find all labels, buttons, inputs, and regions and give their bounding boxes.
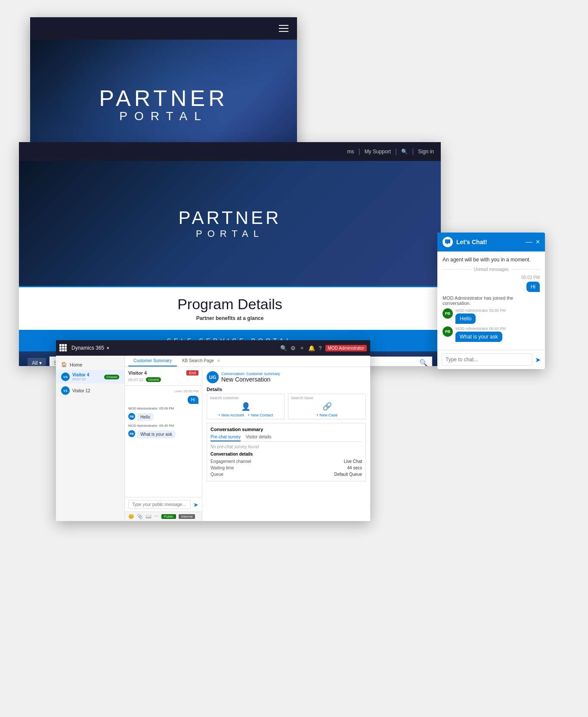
d365-customer-summary: Visitor 4 End 05:07:22 Closed Lime: 05:0… [125,367,370,521]
conversation-link[interactable]: Conversation: Customer summary [221,372,280,376]
menu-icon[interactable] [279,25,288,32]
ssp-filter-btn[interactable]: All ▾ [28,358,46,366]
chat-message-hello: PB MOD Administrator 05:05 PM Hello [443,308,540,324]
d365-plus-icon[interactable]: ＋ [299,344,305,352]
sidebar-item-visitor12[interactable]: V1 Visitor 12 [56,384,124,397]
new-conversation-title: New Conversation [221,376,280,383]
tab-customer-summary[interactable]: Customer Summary [128,356,177,366]
d365-chat-log: Lime: 05:02 PM Hi MOD Administrator: 05:… [125,386,202,497]
ssp-topbar: ms | My Support | 🔍 | Sign in [19,142,441,161]
chat-input[interactable] [442,354,532,366]
chat-msg-hello: MOD Administrator 05:05 PM Hello [455,308,506,324]
detail-row-waiting: Waiting time 44 secs [210,465,362,471]
d365-search-icon[interactable]: 🔍 [280,345,287,351]
visitor4-avatar: V4 [61,372,70,381]
person-icon: 👤 [241,402,251,411]
conv-details-title: Conversation details [210,452,362,456]
chat-input-area: ➤ [437,350,545,369]
status-public-badge[interactable]: Public [161,514,176,519]
ssp-nav-right: ms | My Support | 🔍 | Sign in [347,148,434,155]
d365-send-button[interactable]: ➤ [193,501,198,508]
toolbar-kb-icon[interactable]: 📖 [145,514,152,519]
hello-meta: MOD Administrator 05:05 PM [455,308,506,313]
chat-body: An agent will be with you in a moment. U… [437,251,545,350]
ssp-nav-ms[interactable]: ms [347,149,354,155]
system-join-message: MOD Administrator has joined the convers… [443,295,540,306]
chat-minimize-button[interactable]: — [526,239,532,245]
new-case-link[interactable]: + New Case [316,413,337,417]
d365-version-dropdown[interactable]: ▾ [107,345,109,351]
d365-chat-panel: Visitor 4 End 05:07:22 Closed Lime: 05:0… [125,367,202,521]
chat-msg-ask: MOD Administrator 06:40 PM What is your … [455,326,506,342]
chat-time-right: Lime: 05:02 PM [128,389,198,393]
d365-conv-tabs: Pre-chat survey Visitor details [210,435,362,442]
status-internal-badge[interactable]: Internal [179,514,195,519]
detail-row-queue: Queue Default Queue [210,471,362,478]
visitor-accepted-badge: Closed [146,377,161,382]
d365-cs-header: UG Conversation: Customer summary New Co… [207,371,366,383]
d365-chat-ask: PB What is your ask [128,430,198,438]
visitor-name: Visitor 4 [128,370,147,376]
end-button[interactable]: End [186,370,198,376]
sidebar-item-visitor4[interactable]: V4 Visitor 4 05:07:22 Closed [56,370,124,384]
search-customer-box: Search customer 👤 + New Account + New Co… [207,394,285,419]
ssp-search-icon[interactable]: 🔍 [419,359,428,366]
chat-avatar-pb: PB [128,413,135,420]
ssp-nav-signin[interactable]: Sign in [418,149,434,155]
chat-widget-header: Let's Chat! — × [437,233,545,251]
toolbar-emoji-icon[interactable]: 😊 [128,514,134,519]
d365-content: Customer Summary KB Search Page ✕ Visito… [125,356,370,521]
search-issue-box: Search issue 🔗 + New Case [288,394,366,419]
chat-send-button[interactable]: ➤ [535,356,541,364]
tab-prechat[interactable]: Pre-chat survey [210,435,241,441]
chat-bubble-icon [445,239,451,245]
ssp-nav-support[interactable]: My Support [365,149,391,155]
ssp-window: ms | My Support | 🔍 | Sign in PARTNER PO… [19,142,441,366]
search-customer-links: + New Account + New Contact [207,413,284,417]
d365-brand: Dynamics 365 [71,345,104,351]
ssp-search-icon[interactable]: 🔍 [401,149,408,155]
detail-value-queue: Default Queue [334,472,362,477]
search-issue-links: + New Case [288,413,365,417]
tab-close-icon[interactable]: ✕ [217,359,220,363]
toolbar-attach-icon[interactable]: 📎 [137,514,143,519]
d365-settings-icon[interactable]: ⚙ [291,345,296,351]
d365-visitor-card: Visitor 4 End 05:07:22 Closed [125,367,202,386]
d365-help-icon[interactable]: ? [319,345,322,351]
visitor4-time: 05:07:22 [72,377,102,381]
chat-header-title: Let's Chat! [456,239,522,245]
d365-conv-summary: Conversation summary Pre-chat survey Vis… [207,423,366,481]
dynamics365-window: Dynamics 365 ▾ 🔍 ⚙ ＋ 🔔 ? MOD Administrat… [56,340,370,521]
ask-bubble: What is your ask [455,332,502,342]
visitor4-name: Visitor 4 [72,372,102,377]
tab-kb-search[interactable]: KB Search Page ✕ [177,356,226,366]
pp-hero-partner: PARTNER [99,85,228,111]
new-contact-link[interactable]: + New Contact [248,413,273,417]
pp-hero-portal: PORTAL [99,109,228,123]
sidebar-item-home[interactable]: 🏠 Home [56,359,124,370]
tab-visitor[interactable]: Visitor details [246,435,271,441]
new-account-link[interactable]: + New Account [218,413,244,417]
d365-chat-input-area: ➤ [125,497,202,512]
chat-avatar-ask: PB [443,326,453,337]
search-issue-label: Search issue [291,396,313,400]
chat-bubble-ask: What is your ask [137,430,176,438]
d365-cs-right: UG Conversation: Customer summary New Co… [202,367,370,521]
d365-user-badge[interactable]: MOD Administrator [325,345,367,351]
toolbar-more-icon[interactable]: ⋯ [154,514,159,519]
home-label: Home [70,362,82,367]
chat-close-button[interactable]: × [536,239,540,245]
ssp-portal: PORTAL [179,228,282,239]
hello-bubble: Hello [455,313,476,324]
visitor12-avatar: V1 [61,386,70,395]
d365-bell-icon[interactable]: 🔔 [308,345,315,351]
d365-chat-admin2-time: MOD Administrator: 05:45 PM [128,424,198,428]
d365-conv-details: Conversation details Engagement channel … [210,452,362,478]
hi-message-time: 05:02 PM [443,275,540,280]
d365-grid-icon[interactable] [59,344,67,352]
details-section-title: Details [207,387,366,392]
detail-label-channel: Engagement channel [210,459,251,464]
d365-sidebar: 🏠 Home V4 Visitor 4 05:07:22 Closed V1 V… [56,356,125,521]
d365-chat-input[interactable] [128,500,191,509]
hi-bubble: Hi [443,282,540,292]
